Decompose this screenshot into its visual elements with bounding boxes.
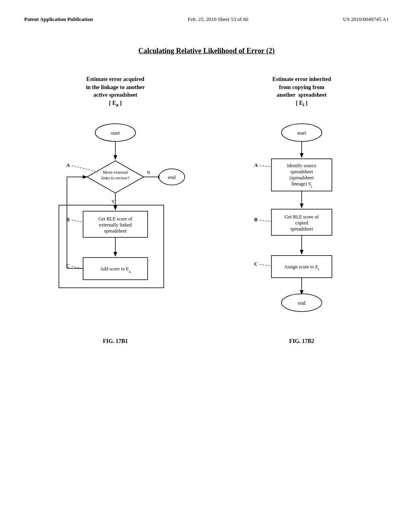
diagram-17b2: Estimate error inheritedfrom copying fro… (245, 75, 358, 345)
svg-text:B: B (254, 216, 258, 222)
svg-text:C: C (254, 261, 258, 267)
svg-text:A: A (66, 162, 70, 168)
svg-text:copied: copied (295, 220, 308, 226)
svg-text:start: start (111, 130, 120, 136)
header-right: US 2010/0049745 A1 (343, 16, 389, 23)
flowchart-17b1: start A More external links to review? N… (55, 121, 176, 338)
svg-text:(spreadsheet: (spreadsheet (290, 175, 314, 181)
diagrams-container: Estimate error acquiredin the linkage to… (24, 75, 389, 345)
svg-text:spreadsheet: spreadsheet (290, 169, 313, 175)
flowchart-17b2: start A Identify source spreadsheet (spr… (245, 121, 358, 338)
page: Patent Application Publication Feb. 25, … (0, 0, 413, 532)
diagram-17b1: Estimate error acquiredin the linkage to… (55, 75, 176, 345)
svg-text:Get RLE score of: Get RLE score of (98, 216, 132, 222)
header-center: Feb. 25, 2010 Sheet 53 of 60 (188, 16, 248, 23)
svg-text:spreadsheet: spreadsheet (104, 228, 127, 234)
svg-text:spreadsheet: spreadsheet (290, 226, 313, 232)
svg-text:N: N (147, 170, 150, 175)
svg-text:end: end (168, 174, 176, 180)
diagram1-label: Estimate error acquiredin the linkage to… (86, 75, 145, 108)
svg-text:Y: Y (111, 199, 115, 204)
header: Patent Application Publication Feb. 25, … (24, 16, 389, 23)
header-left: Patent Application Publication (24, 16, 93, 23)
svg-text:Get RLE score of: Get RLE score of (285, 214, 319, 220)
svg-text:end: end (298, 300, 306, 306)
svg-text:A: A (254, 162, 258, 168)
fig-label-17b2: FIG. 17B2 (289, 338, 314, 345)
diagram2-label: Estimate error inheritedfrom copying fro… (272, 75, 331, 108)
svg-text:More external: More external (103, 170, 128, 175)
svg-text:Identify source: Identify source (287, 163, 316, 168)
diagram-title: Calculating Relative Likelihood of Error… (24, 47, 389, 55)
fig-label-17b1: FIG. 17B1 (103, 338, 128, 345)
svg-text:links to review?: links to review? (101, 175, 129, 180)
svg-text:start: start (297, 130, 307, 136)
svg-text:externally linked: externally linked (99, 222, 132, 228)
